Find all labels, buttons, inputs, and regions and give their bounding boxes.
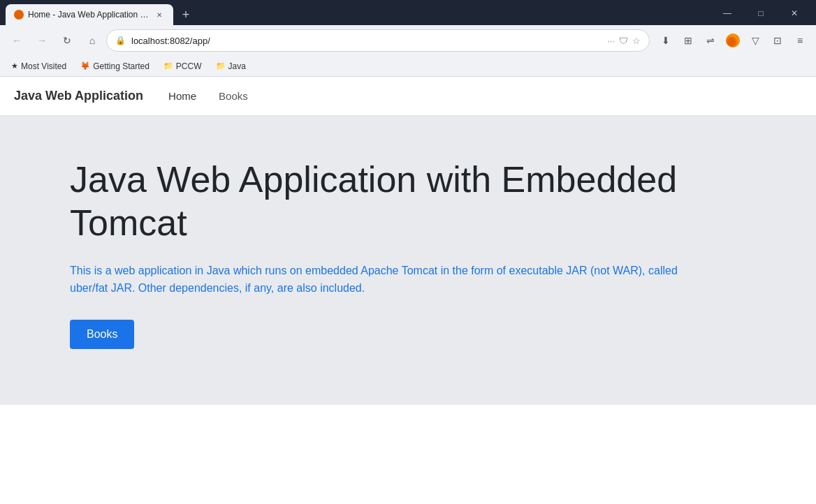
bookmark-java[interactable]: 📁 Java — [210, 60, 252, 73]
bookmark-star-icon[interactable]: ☆ — [632, 36, 641, 46]
tab-favicon — [14, 10, 24, 20]
bookmark-most-visited-label: Most Visited — [21, 61, 66, 71]
refresh-button[interactable]: ↻ — [56, 29, 78, 52]
tab-title: Home - Java Web Application with — [28, 10, 150, 20]
bookmarks-bar: ★ Most Visited 🦊 Getting Started 📁 PCCW … — [0, 56, 816, 77]
new-tab-button[interactable]: + — [176, 5, 196, 24]
back-button[interactable]: ← — [6, 29, 28, 52]
shield-icon[interactable]: 🛡 — [619, 36, 628, 46]
close-button[interactable]: ✕ — [778, 3, 810, 24]
extensions-icon[interactable]: ▽ — [745, 30, 766, 51]
books-button[interactable]: Books — [70, 320, 134, 349]
bookmark-pccw[interactable]: 📁 PCCW — [158, 60, 207, 73]
window-controls: — □ ✕ — [711, 3, 810, 27]
maximize-button[interactable]: □ — [745, 3, 777, 24]
getting-started-icon: 🦊 — [80, 61, 90, 71]
downloads-icon[interactable]: ⬇ — [655, 30, 676, 51]
security-icon: 🔒 — [115, 36, 126, 45]
nav-link-home[interactable]: Home — [157, 77, 207, 115]
site-nav-links: Home Books — [157, 77, 259, 115]
navigation-bar: ← → ↻ ⌂ 🔒 localhost:8082/app/ ··· 🛡 ☆ ⬇ … — [0, 25, 816, 56]
active-tab[interactable]: Home - Java Web Application with ✕ — [6, 4, 173, 25]
site-navbar: Java Web Application Home Books — [0, 77, 816, 116]
nav-link-books[interactable]: Books — [207, 77, 259, 115]
bookmark-getting-started[interactable]: 🦊 Getting Started — [75, 60, 155, 73]
home-button[interactable]: ⌂ — [81, 29, 103, 52]
screenshot-icon[interactable]: ⊡ — [767, 30, 788, 51]
address-bar-icons: ··· 🛡 ☆ — [607, 36, 641, 46]
more-options-icon[interactable]: ··· — [607, 36, 615, 46]
toolbar-right: ⬇ ⊞ ⇌ ▽ ⊡ ≡ — [655, 30, 810, 51]
site-brand: Java Web Application — [14, 89, 143, 103]
bookmark-pccw-label: PCCW — [176, 61, 202, 71]
library-icon[interactable]: ⊞ — [678, 30, 699, 51]
firefox-icon[interactable] — [722, 30, 743, 51]
hero-title: Java Web Application with Embedded Tomca… — [70, 158, 699, 245]
bookmark-getting-started-label: Getting Started — [93, 61, 150, 71]
below-hero-section — [0, 405, 816, 504]
url-display: localhost:8082/app/ — [131, 36, 602, 46]
forward-button[interactable]: → — [31, 29, 53, 52]
hero-description: This is a web application in Java which … — [70, 262, 699, 297]
tab-bar: Home - Java Web Application with ✕ + — □… — [0, 0, 816, 25]
browser-chrome: Home - Java Web Application with ✕ + — □… — [0, 0, 816, 77]
bookmark-java-label: Java — [228, 61, 246, 71]
java-folder-icon: 📁 — [216, 61, 226, 71]
sync-icon[interactable]: ⇌ — [700, 30, 721, 51]
address-bar[interactable]: 🔒 localhost:8082/app/ ··· 🛡 ☆ — [106, 29, 650, 52]
most-visited-icon: ★ — [11, 61, 18, 71]
hero-section: Java Web Application with Embedded Tomca… — [0, 116, 816, 405]
bookmark-most-visited[interactable]: ★ Most Visited — [6, 60, 72, 73]
minimize-button[interactable]: — — [711, 3, 743, 24]
tab-close-button[interactable]: ✕ — [154, 9, 165, 20]
menu-icon[interactable]: ≡ — [789, 30, 810, 51]
pccw-folder-icon: 📁 — [163, 61, 173, 71]
website-content: Java Web Application Home Books Java Web… — [0, 77, 816, 504]
